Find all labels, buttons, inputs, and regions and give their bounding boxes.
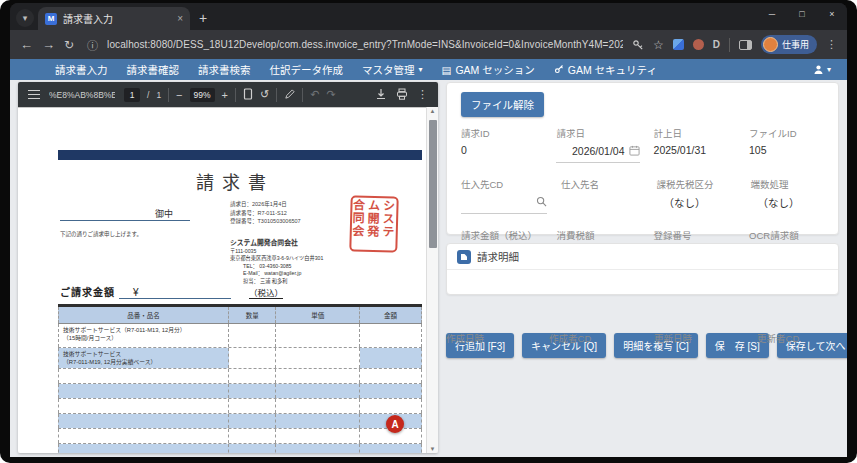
pdf-page-separator: / <box>147 90 149 100</box>
url-text[interactable]: localhost:8080/DESS_18U12Develop/com.des… <box>107 39 623 50</box>
invoice-page: 請求書 御中 請求日：2026年1月4日 請求番号：R7-011-S12 登録番… <box>18 107 426 453</box>
nav-item-master-admin[interactable]: マスタ管理▾ <box>362 62 423 77</box>
posting-date-value: 2025/01/31 <box>654 144 735 157</box>
key-icon <box>554 64 564 76</box>
pdf-zoom-level[interactable]: 99% <box>190 88 215 102</box>
forward-icon[interactable]: → <box>42 37 55 52</box>
fit-page-icon[interactable] <box>243 86 253 104</box>
created-by-label: 作成者CD <box>549 331 640 345</box>
tab-search-button[interactable]: ▾ <box>16 9 34 27</box>
pdf-toolbar-right: ⋮ <box>375 86 428 104</box>
site-info-icon[interactable]: ⓘ <box>87 37 98 53</box>
pdf-viewer: %E8%AB%8B%E6... 1 / 1 − 99% + ↺ ↶ ↷ <box>18 82 438 453</box>
profile-chip[interactable]: 仕事用 <box>761 35 817 54</box>
amount-label: ご請求金額 <box>60 284 115 299</box>
empty-row <box>58 429 422 444</box>
browser-window: ▾ M 請求書入力 × + ─ □ × ← → ↻ ⓘ localhost:80… <box>10 3 847 457</box>
field-posting-date: 計上日 2025/01/31 <box>654 126 735 163</box>
pdf-toolbar: %E8%AB%8B%E6... 1 / 1 − 99% + ↺ ↶ ↷ <box>18 82 438 107</box>
extension-orange-icon[interactable] <box>693 39 704 50</box>
supplier-cd-input[interactable] <box>461 193 547 214</box>
browser-menu-icon[interactable]: ⋮ <box>826 38 837 51</box>
pdf-more-icon[interactable]: ⋮ <box>417 88 428 101</box>
amount-currency: ¥ <box>119 287 231 299</box>
nav-item-invoice-search[interactable]: 請求書検索 <box>198 62 251 77</box>
nav-item-gam-session[interactable]: ▤GAM セッション <box>442 62 535 77</box>
chevron-down-icon: ▾ <box>419 65 423 74</box>
scroll-up-icon[interactable]: ▲ <box>427 108 438 114</box>
detail-section-title: 請求明細 <box>477 249 519 264</box>
nav-item-journal-create[interactable]: 仕訳データ作成 <box>270 62 344 77</box>
col-header-amount: 金額 <box>360 307 422 323</box>
updated-at-label: 更新日時 <box>654 331 743 345</box>
scroll-down-icon[interactable]: ▼ <box>427 446 438 452</box>
close-icon[interactable]: × <box>817 3 847 25</box>
user-menu[interactable]: ▾ <box>813 61 831 79</box>
maximize-icon[interactable]: □ <box>787 3 817 25</box>
tab-close-icon[interactable]: × <box>177 13 183 24</box>
nav-item-invoice-entry[interactable]: 請求書入力 <box>55 62 108 77</box>
browser-tab[interactable]: M 請求書入力 × <box>38 7 190 30</box>
invoice-title: 請求書 <box>18 168 426 194</box>
divider <box>235 88 236 102</box>
invoice-id-value: 0 <box>461 144 542 157</box>
calendar-icon[interactable] <box>629 142 640 160</box>
adobe-acrobat-icon[interactable]: A <box>386 415 404 433</box>
invoice-reg-line: 登録番号：T3010503006507 <box>230 217 301 226</box>
file-release-button[interactable]: ファイル解除 <box>461 92 544 117</box>
updated-by-label: 更新者CD <box>757 331 839 345</box>
tab-title: 請求書入力 <box>63 11 171 26</box>
password-key-icon[interactable] <box>632 39 644 51</box>
item-name: 技術サポートサービス（R7-011-M13, 12月分） （15時間/月コース） <box>58 324 229 347</box>
empty-row <box>58 399 422 414</box>
session-grid-icon: ▤ <box>442 64 452 76</box>
tab-strip: ▾ M 請求書入力 × + ─ □ × <box>10 3 847 30</box>
divider <box>302 88 303 102</box>
annotate-pen-icon[interactable] <box>284 86 295 104</box>
reload-icon[interactable]: ↻ <box>64 38 74 52</box>
minimize-icon[interactable]: ─ <box>757 3 787 25</box>
search-icon[interactable] <box>536 193 547 211</box>
col-header-unit-price: 単価 <box>276 307 360 323</box>
rotate-icon[interactable]: ↺ <box>260 88 269 101</box>
file-id-value: 105 <box>749 144 824 157</box>
invoice-greeting: 下記の通りご請求申し上げます。 <box>60 230 142 238</box>
field-supplier-cd: 仕入先CD <box>461 177 547 214</box>
extension-blue-icon[interactable] <box>673 39 684 50</box>
invoice-amount-row: ご請求金額 ¥ （税込） <box>60 284 283 299</box>
avatar <box>763 37 778 52</box>
invoice-meta: 請求日：2026年1月4日 請求番号：R7-011-S12 登録番号：T3010… <box>230 200 301 226</box>
table-row-highlighted[interactable]: 技術サポートサービス （R7-011-M19, 12月分実績ベース） <box>58 348 422 369</box>
undo-icon[interactable]: ↶ <box>310 88 319 101</box>
company-seal: システム開発合同会社之印 <box>349 195 398 252</box>
download-icon[interactable] <box>375 86 387 104</box>
print-icon[interactable] <box>396 86 408 104</box>
divider <box>168 88 169 102</box>
redo-icon[interactable]: ↷ <box>326 88 335 101</box>
amount-tax-note: （税込） <box>249 286 283 299</box>
chevron-down-icon: ▾ <box>23 13 28 23</box>
bookmark-star-icon[interactable]: ☆ <box>653 38 664 52</box>
extension-d-icon[interactable]: D <box>713 39 720 50</box>
pdf-page-input[interactable]: 1 <box>124 88 140 102</box>
window-controls: ─ □ × <box>757 3 847 25</box>
audit-row: 作成日時 作成者CD 更新日時 更新者CD <box>446 331 839 345</box>
pdf-scrollbar[interactable]: ▲ ▼ <box>426 107 438 453</box>
side-panel-icon[interactable] <box>739 40 752 50</box>
company-block: システム開発合同会社 〒111-0035 東京都台東区西浅草3-6-9ハイツ白井… <box>230 239 323 286</box>
zoom-in-icon[interactable]: + <box>222 89 228 101</box>
nav-item-invoice-confirm[interactable]: 請求書確認 <box>127 62 180 77</box>
company-email: E-Mail： watan@agiler.jp <box>230 270 323 278</box>
scrollbar-thumb[interactable] <box>429 120 437 248</box>
invoice-date-input[interactable]: 2026/01/04 <box>556 142 639 163</box>
zoom-out-icon[interactable]: − <box>176 89 182 101</box>
person-icon <box>813 61 824 79</box>
tag-icon <box>457 250 471 264</box>
nav-item-gam-security[interactable]: GAM セキュリティ <box>554 62 657 77</box>
new-tab-button[interactable]: + <box>199 10 207 26</box>
action-button-row: 行追加 [F3] キャンセル [Q] 明細を複写 [C] 保 存 [S] 保存し… <box>446 302 839 388</box>
back-icon[interactable]: ← <box>20 37 33 52</box>
pdf-menu-icon[interactable] <box>28 90 40 99</box>
empty-row <box>58 384 422 399</box>
detail-section-header: 請求明細 <box>447 244 838 270</box>
